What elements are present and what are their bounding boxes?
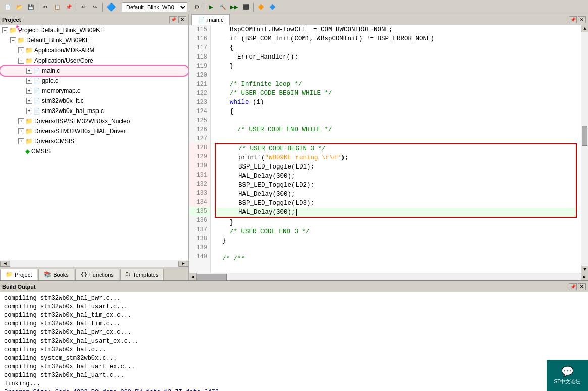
- expand-cmsis-folder[interactable]: +: [18, 138, 24, 144]
- paste-btn[interactable]: 📌: [63, 2, 74, 13]
- build-panel-title: Build Output: [2, 284, 36, 290]
- expand-it-c[interactable]: +: [26, 98, 32, 104]
- tree-main-c[interactable]: + 📄 main.c: [0, 66, 188, 76]
- open-btn[interactable]: 📂: [14, 2, 25, 13]
- chip-btn[interactable]: 🔶: [255, 2, 266, 13]
- tree-hscrollbar[interactable]: ◀ ▶: [0, 260, 188, 267]
- new-file-btn[interactable]: 📄: [2, 2, 13, 13]
- code-line-134: BSP_LED_Toggle(LD3);: [216, 199, 576, 208]
- cmsis-folder-icon: 📁: [25, 138, 33, 145]
- code-line-129: printf("WB09KE runing \r\n");: [216, 153, 576, 162]
- tab-project[interactable]: 📁 Project: [0, 269, 37, 280]
- root-folder-icon: 📁: [9, 27, 17, 34]
- editor-close-icon[interactable]: ✕: [578, 16, 586, 23]
- tree-memorymap-c[interactable]: + 📄 memorymap.c: [0, 86, 188, 96]
- tree-mdk-label: Application/MDK-ARM: [34, 47, 94, 54]
- editor-pin-icon[interactable]: 📌: [569, 16, 577, 23]
- tree-hal-msp-c[interactable]: + 📄 stm32wb0x_hal_msp.c: [0, 106, 188, 116]
- tree-it-c[interactable]: + 📄 stm32wb0x_it.c: [0, 96, 188, 106]
- line-num-132: 132: [189, 180, 210, 189]
- vscroll-down-btn[interactable]: ▼: [581, 266, 588, 273]
- code-line-126: /* USER CODE END WHILE */: [215, 125, 577, 134]
- code-line-115: BspCOMInit.HwFlowCtl = COM_HWCONTROL_NON…: [215, 25, 577, 34]
- save-btn[interactable]: 💾: [25, 2, 36, 13]
- tree-hal-driver[interactable]: + 📁 Drivers/STM32WB0x_HAL_Driver: [0, 126, 188, 136]
- stop-btn[interactable]: ⬛: [240, 2, 252, 13]
- code-line-140: /* /**: [215, 254, 577, 263]
- copy-btn[interactable]: 📋: [52, 2, 63, 13]
- tab-functions[interactable]: {} Functions: [75, 269, 119, 280]
- hscroll-right-btn[interactable]: ▶: [581, 273, 588, 280]
- hal-msp-c-file-icon: 📄: [33, 108, 40, 115]
- tree-gpio-c[interactable]: + 📄 gpio.c: [0, 76, 188, 86]
- build-line-0: compiling stm32wb0x_hal_pwr.c...: [4, 294, 584, 303]
- expand-project[interactable]: −: [10, 37, 16, 43]
- scroll-left-btn[interactable]: ◀: [0, 261, 10, 267]
- tree-mdk[interactable]: + 📁 Application/MDK-ARM: [0, 45, 188, 55]
- expand-memorymap-c[interactable]: +: [26, 88, 32, 94]
- code-line-128: /* USER CODE BEGIN 3 */: [216, 144, 576, 153]
- hscroll-thumb[interactable]: [197, 274, 227, 280]
- code-content[interactable]: BspCOMInit.HwFlowCtl = COM_HWCONTROL_NON…: [211, 25, 581, 273]
- expand-hal-driver[interactable]: +: [18, 128, 24, 134]
- line-num-117: 117: [189, 43, 210, 52]
- tree-user-core[interactable]: − 📁 Application/User/Core: [0, 55, 188, 66]
- line-num-134: 134: [189, 198, 210, 207]
- line-num-123: 123: [189, 98, 210, 107]
- build-pin-icon[interactable]: 📌: [569, 283, 577, 290]
- vscroll-track[interactable]: [581, 32, 588, 266]
- cut-btn[interactable]: ✂: [40, 2, 51, 13]
- tab-books[interactable]: 📚 Books: [38, 269, 74, 280]
- close-panel-icon[interactable]: ✕: [178, 16, 186, 23]
- mdk-folder-icon: 📁: [25, 47, 33, 54]
- tree-root[interactable]: − 📁 Project: Default_Blink_WB09KE: [0, 25, 188, 35]
- expand-user-core[interactable]: −: [18, 58, 24, 64]
- vscroll-thumb[interactable]: [582, 126, 587, 146]
- tree-it-c-label: stm32wb0x_it.c: [42, 97, 84, 104]
- scroll-right-btn[interactable]: ▶: [178, 261, 188, 267]
- config-dropdown[interactable]: Default_Blink_WB0: [122, 2, 187, 12]
- vscroll-up-btn[interactable]: ▲: [581, 25, 588, 32]
- tree-cmsis-folder[interactable]: + 📁 Drivers/CMSIS: [0, 136, 188, 146]
- editor-tab-label: main.c: [207, 17, 223, 23]
- code-line-122: /* USER CODE BEGIN WHILE */: [215, 89, 577, 98]
- build-btn[interactable]: ▶: [206, 2, 217, 13]
- redo-btn[interactable]: ↪: [89, 2, 101, 13]
- tree-bsp[interactable]: + 📁 Drivers/BSP/STM32WB0xx_Nucleo: [0, 116, 188, 126]
- undo-btn[interactable]: ↩: [78, 2, 89, 13]
- hscroll-track[interactable]: [197, 273, 581, 280]
- expand-mdk[interactable]: +: [18, 47, 24, 53]
- settings-btn[interactable]: ⚙: [191, 2, 202, 13]
- expand-root[interactable]: −: [2, 27, 8, 33]
- tab-templates[interactable]: 0↓ Templates: [120, 269, 164, 280]
- expand-gpio-c[interactable]: +: [26, 78, 32, 84]
- rebuild-btn[interactable]: 🔨: [217, 2, 228, 13]
- editor-vscrollbar[interactable]: ▲ ▼: [581, 25, 588, 273]
- expand-hal-msp-c[interactable]: +: [26, 108, 32, 114]
- build-titlebar: Build Output 📌 ✕: [0, 281, 588, 292]
- build-line-9: compiling stm32wb0x_hal_uart.c...: [4, 371, 584, 380]
- tree-cmsis[interactable]: ◆ CMSIS: [0, 146, 188, 156]
- flash-btn[interactable]: 🔷: [267, 2, 278, 13]
- code-editor-area[interactable]: 115 116 117 118 119 120 121 122 123 124 …: [189, 25, 588, 273]
- expand-main-c[interactable]: +: [26, 68, 32, 74]
- st-brand-label: ST中文论坛: [554, 378, 581, 385]
- tree-bsp-label: Drivers/BSP/STM32WB0xx_Nucleo: [34, 118, 130, 125]
- tab-templates-icon: 0↓: [126, 272, 131, 277]
- pin-icon[interactable]: 📌: [169, 16, 177, 23]
- build-line-6: compiling stm32wb0x_hal.c...: [4, 346, 584, 354]
- hscroll-left-btn[interactable]: ◀: [189, 273, 197, 280]
- expand-bsp[interactable]: +: [18, 118, 24, 124]
- debug-btn[interactable]: ▶▶: [229, 2, 240, 13]
- editor-hscrollbar[interactable]: ◀ ▶: [189, 273, 588, 280]
- build-close-icon[interactable]: ✕: [578, 283, 586, 290]
- build-output-content[interactable]: compiling stm32wb0x_hal_pwr.c... compili…: [0, 292, 588, 391]
- editor-tab-main-c[interactable]: 📄 main.c: [191, 14, 230, 25]
- build-titlebar-icons: 📌 ✕: [569, 283, 586, 290]
- st-logo[interactable]: 💬 ST中文论坛: [547, 360, 588, 391]
- tab-project-label: Project: [15, 272, 32, 278]
- line-num-140: 140: [189, 252, 210, 261]
- code-line-119: }: [215, 62, 577, 71]
- code-line-138: }: [215, 236, 577, 245]
- tree-project[interactable]: − 📁 Default_Blink_WB09KE: [0, 35, 188, 45]
